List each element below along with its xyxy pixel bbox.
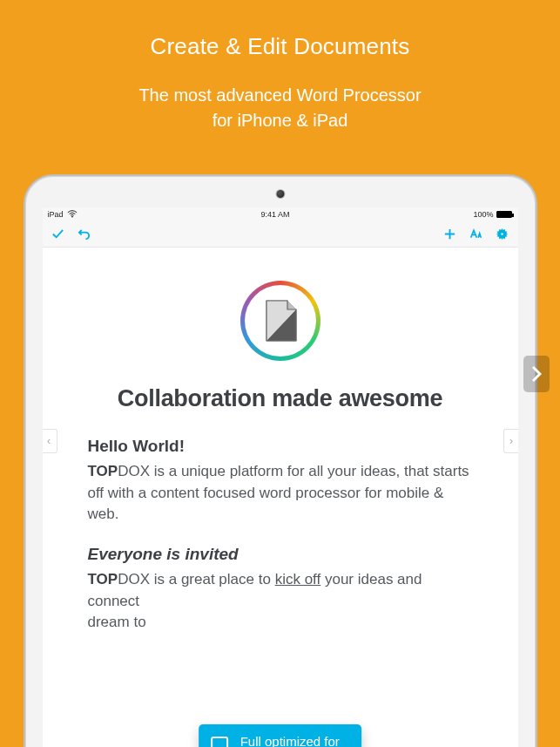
svg-point-2 (500, 232, 503, 235)
document-content: Hello World! TOPDOX is a unique platform… (69, 437, 492, 634)
gear-icon[interactable] (496, 227, 509, 241)
battery-icon (496, 211, 512, 218)
section2-heading: Everyone is invited (88, 545, 473, 564)
promo-header: Create & Edit Documents The most advance… (0, 0, 560, 133)
section1-heading: Hello World! (88, 437, 473, 456)
status-battery-pct: 100% (473, 210, 493, 219)
section2-before-link: is a great place to (150, 571, 275, 587)
section2-link[interactable]: kick off (275, 571, 321, 587)
document-logo-icon (261, 299, 300, 343)
callout-tooltip: Full optimized for mobile experience (199, 724, 362, 747)
status-carrier: iPad (48, 210, 64, 219)
brand-bold: TOP (88, 463, 118, 479)
section2-after-link: your ideas and (320, 571, 422, 587)
brand-rest: DOX (118, 463, 150, 479)
promo-subtitle-line1: The most advanced Word Processor (138, 85, 421, 105)
section2-line2: connect (88, 593, 140, 609)
ipad-screen: iPad 9:41 AM 100% (43, 207, 518, 747)
status-time: 9:41 AM (260, 210, 289, 219)
ipad-camera (276, 190, 284, 198)
ipad-frame: iPad 9:41 AM 100% (24, 174, 537, 747)
app-logo (69, 281, 492, 361)
font-style-icon[interactable] (469, 227, 483, 241)
brand-rest-2: DOX (118, 571, 150, 587)
callout-line1: Full optimized for (240, 734, 340, 747)
gallery-next-button[interactable] (523, 356, 550, 392)
undo-icon[interactable] (78, 227, 91, 241)
phone-icon (211, 737, 228, 748)
page-next-button[interactable]: › (503, 429, 518, 453)
check-icon[interactable] (51, 227, 65, 241)
plus-icon[interactable] (443, 227, 457, 241)
callout-text: Full optimized for mobile experience (240, 733, 347, 747)
section2-body: TOPDOX is a great place to kick off your… (88, 569, 473, 634)
section2-line3: dream to (88, 614, 146, 630)
promo-title: Create & Edit Documents (0, 33, 560, 60)
app-toolbar (43, 221, 518, 248)
status-bar: iPad 9:41 AM 100% (43, 207, 518, 221)
page-prev-button[interactable]: ‹ (43, 429, 57, 453)
brand-bold-2: TOP (88, 571, 118, 587)
promo-subtitle: The most advanced Word Processor for iPh… (0, 83, 560, 133)
wifi-icon (67, 210, 78, 220)
section1-body: TOPDOX is a unique platform for all your… (88, 461, 473, 526)
document-title: Collaboration made awesome (69, 385, 492, 412)
document-area: ‹ › Collaboration made aweso (43, 248, 518, 747)
promo-subtitle-line2: for iPhone & iPad (213, 111, 348, 130)
svg-point-0 (71, 215, 73, 217)
